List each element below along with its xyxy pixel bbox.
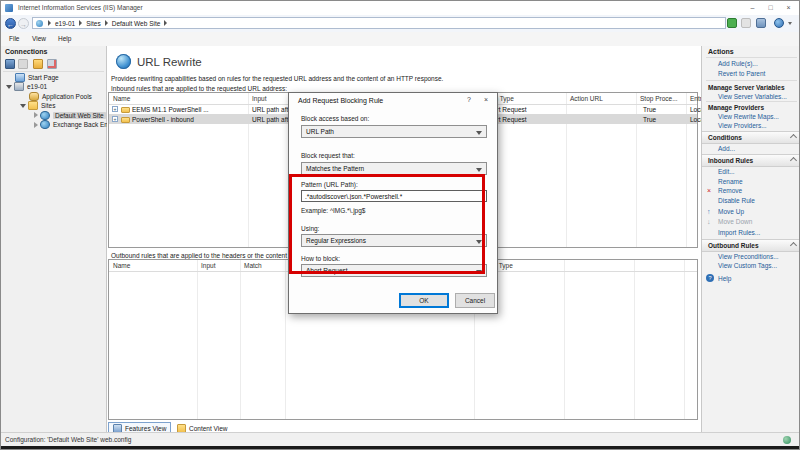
tree-item-server[interactable]: e19-01 xyxy=(6,82,47,91)
column-divider xyxy=(634,260,635,419)
section-inbound-rules[interactable]: Inbound Rules xyxy=(702,154,800,167)
ok-button[interactable]: OK xyxy=(399,293,449,308)
chevron-down-icon[interactable] xyxy=(788,22,792,25)
action-rename[interactable]: Rename xyxy=(718,178,743,185)
tree-item-default-web-site[interactable]: Default Web Site xyxy=(34,111,106,120)
action-disable-rule[interactable]: Disable Rule xyxy=(718,197,755,204)
manage-server-variables-heading: Manage Server Variables xyxy=(708,84,785,91)
action-view-providers[interactable]: View Providers... xyxy=(718,122,767,129)
pattern-input[interactable] xyxy=(301,190,487,202)
disconnect-server-icon[interactable] xyxy=(47,59,57,69)
rule-name: EEMS M1.1 PowerShell ... xyxy=(132,106,209,113)
block-access-dropdown[interactable]: URL Path xyxy=(301,125,487,138)
using-dropdown[interactable]: Regular Expressions xyxy=(301,234,487,247)
action-remove[interactable]: Remove xyxy=(718,187,742,194)
help-icon: ? xyxy=(706,274,714,282)
site-globe-icon xyxy=(36,20,43,27)
collapse-chevron-icon[interactable] xyxy=(790,242,797,249)
status-bar: Configuration: 'Default Web Site' web.co… xyxy=(1,432,799,446)
tree-item-exchange-back-end[interactable]: Exchange Back End xyxy=(34,120,112,129)
forward-button[interactable]: → xyxy=(18,18,29,29)
browse-globe-icon[interactable] xyxy=(774,18,784,28)
breadcrumb-server[interactable]: e19-01 xyxy=(55,20,75,27)
move-down-icon: ↓ xyxy=(707,218,711,225)
action-import-rules[interactable]: Import Rules... xyxy=(718,229,760,236)
menu-bar: File View Help xyxy=(1,32,799,47)
window-bottom-edge xyxy=(1,446,799,449)
breadcrumb-default-web-site[interactable]: Default Web Site xyxy=(112,20,161,27)
expanded-icon[interactable] xyxy=(6,85,12,89)
status-text: Configuration: 'Default Web Site' web.co… xyxy=(5,436,131,443)
maximize-button[interactable]: □ xyxy=(762,1,779,14)
server-icon xyxy=(14,82,24,91)
home-icon[interactable] xyxy=(756,18,766,28)
inbound-rules-label: Inbound rules that are applied to the re… xyxy=(111,85,287,92)
column-divider xyxy=(684,260,685,419)
how-to-block-dropdown[interactable]: Abort Request xyxy=(301,264,487,277)
web-site-icon xyxy=(40,111,50,120)
chevron-down-icon xyxy=(476,168,482,172)
expanded-icon[interactable] xyxy=(20,104,26,108)
menu-help[interactable]: Help xyxy=(58,35,71,42)
column-divider xyxy=(197,260,198,419)
block-request-dropdown[interactable]: Matches the Pattern xyxy=(301,162,487,175)
expand-icon[interactable]: + xyxy=(112,116,118,122)
action-view-server-variables[interactable]: View Server Variables... xyxy=(718,93,787,100)
action-view-rewrite-maps[interactable]: View Rewrite Maps... xyxy=(718,113,779,120)
col-entry-type[interactable]: Entry Type xyxy=(690,95,701,102)
breadcrumb[interactable]: e19-01 Sites Default Web Site xyxy=(32,17,726,29)
minimize-button[interactable]: – xyxy=(744,1,761,14)
iis-app-icon xyxy=(5,4,13,12)
action-move-up[interactable]: Move Up xyxy=(718,208,744,215)
col-action-url[interactable]: Action URL xyxy=(570,95,603,102)
folder-icon xyxy=(121,107,130,113)
tree-item-application-pools[interactable]: Application Pools xyxy=(29,92,92,101)
connect-server-icon[interactable] xyxy=(5,59,15,69)
col-name[interactable]: Name xyxy=(113,95,130,102)
col-input[interactable]: Input xyxy=(201,262,215,269)
action-edit[interactable]: Edit... xyxy=(718,168,735,175)
action-revert-to-parent[interactable]: Revert to Parent xyxy=(718,70,765,77)
rule-stop-processing: True xyxy=(643,106,656,113)
dropdown-value: Matches the Pattern xyxy=(306,165,364,172)
collapsed-icon[interactable] xyxy=(34,122,38,128)
divider xyxy=(706,57,797,58)
dialog-close-icon[interactable]: × xyxy=(484,96,488,103)
pattern-label: Pattern (URL Path): xyxy=(301,181,358,188)
breadcrumb-sites[interactable]: Sites xyxy=(86,20,100,27)
url-rewrite-icon xyxy=(116,54,131,69)
collapse-chevron-icon[interactable] xyxy=(790,134,797,141)
menu-view[interactable]: View xyxy=(32,35,46,42)
collapsed-icon[interactable] xyxy=(34,112,38,118)
cancel-button[interactable]: Cancel xyxy=(455,293,495,308)
dropdown-value: URL Path xyxy=(306,128,334,135)
manage-providers-heading: Manage Providers xyxy=(708,104,764,111)
section-label: Conditions xyxy=(708,134,742,141)
tree-item-start-page[interactable]: Start Page xyxy=(15,73,59,82)
action-conditions-add[interactable]: Add... xyxy=(718,145,735,152)
tab-label: Features View xyxy=(125,425,166,432)
up-level-icon[interactable] xyxy=(33,59,43,69)
col-stop-processing[interactable]: Stop Proce... xyxy=(640,95,678,102)
rule-stop-processing: True xyxy=(643,116,656,123)
action-help[interactable]: Help xyxy=(718,275,731,282)
tree-item-sites[interactable]: Sites xyxy=(20,101,55,110)
collapse-chevron-icon[interactable] xyxy=(790,157,797,164)
col-name[interactable]: Name xyxy=(113,262,130,269)
expand-icon[interactable]: + xyxy=(112,106,118,112)
close-button[interactable]: × xyxy=(780,1,797,14)
sites-folder-icon xyxy=(28,101,38,110)
section-outbound-rules[interactable]: Outbound Rules xyxy=(702,239,800,252)
action-view-preconditions[interactable]: View Preconditions... xyxy=(718,253,779,260)
dropdown-value: Regular Expressions xyxy=(306,237,366,244)
refresh-icon[interactable] xyxy=(727,18,737,28)
dialog-help-icon[interactable]: ? xyxy=(467,96,471,103)
action-view-custom-tags[interactable]: View Custom Tags... xyxy=(718,262,777,269)
col-match[interactable]: Match xyxy=(244,262,262,269)
chevron-down-icon xyxy=(476,270,482,274)
col-input[interactable]: Input xyxy=(252,95,266,102)
back-button[interactable]: ← xyxy=(5,18,16,29)
section-conditions[interactable]: Conditions xyxy=(702,131,800,144)
action-add-rules[interactable]: Add Rule(s)... xyxy=(718,60,758,67)
menu-file[interactable]: File xyxy=(9,35,19,42)
